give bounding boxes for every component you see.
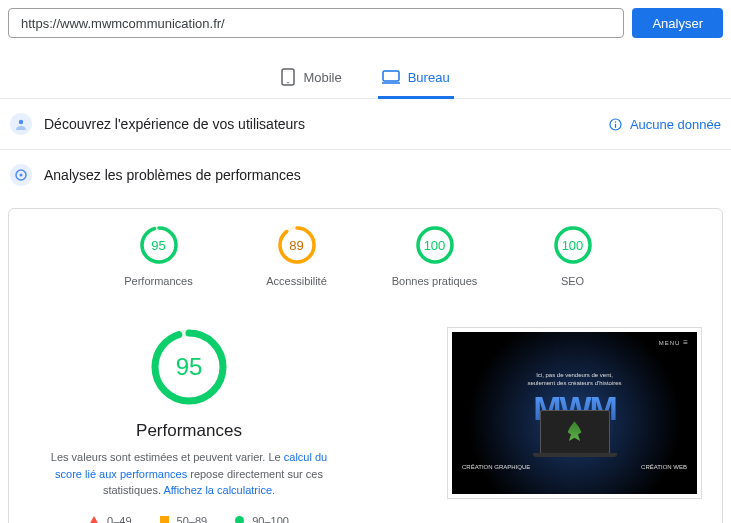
gauge-seo[interactable]: 100 SEO — [528, 225, 618, 287]
tab-mobile-label: Mobile — [303, 70, 341, 85]
device-tabs: Mobile Bureau — [0, 62, 731, 99]
gauge-best-practices-value: 100 — [415, 225, 455, 265]
gauge-accessibility[interactable]: 89 Accessibilité — [252, 225, 342, 287]
show-calculator-link[interactable]: Affichez la calculatrice — [163, 484, 272, 496]
performance-detail: 95 Performances Les valeurs sont estimée… — [29, 327, 349, 523]
svg-rect-2 — [383, 71, 399, 81]
section-diagnose: Analysez les problèmes de performances — [0, 150, 731, 200]
section-diagnose-title: Analysez les problèmes de performances — [44, 167, 721, 183]
ss-sides: CRÉATION GRAPHIQUECRÉATION WEB — [452, 464, 697, 470]
big-gauge-value: 95 — [149, 327, 229, 407]
score-legend: 0–49 50–89 90–100 — [89, 515, 289, 524]
gauge-accessibility-value: 89 — [277, 225, 317, 265]
detail-desc: Les valeurs sont estimées et peuvent var… — [39, 449, 339, 499]
mobile-icon — [281, 68, 295, 86]
tab-mobile[interactable]: Mobile — [277, 62, 345, 99]
gauge-performances-value: 95 — [139, 225, 179, 265]
no-data-link[interactable]: Aucune donnée — [609, 117, 721, 132]
ss-laptop — [540, 410, 610, 454]
legend-high: 90–100 — [235, 515, 289, 524]
svg-point-6 — [615, 121, 617, 123]
gauge-seo-value: 100 — [553, 225, 593, 265]
tab-desktop-label: Bureau — [408, 70, 450, 85]
svg-rect-7 — [615, 123, 616, 127]
circle-icon — [235, 516, 244, 523]
section-discover-title: Découvrez l'expérience de vos utilisateu… — [44, 116, 597, 132]
ss-menu: MENU≡ — [659, 338, 689, 347]
desktop-icon — [382, 70, 400, 84]
gauge-best-practices[interactable]: 100 Bonnes pratiques — [390, 225, 480, 287]
diagnose-icon — [10, 164, 32, 186]
no-data-label: Aucune donnée — [630, 117, 721, 132]
detail-row: 95 Performances Les valeurs sont estimée… — [17, 327, 714, 523]
tab-desktop[interactable]: Bureau — [378, 62, 454, 99]
legend-mid: 50–89 — [160, 515, 208, 524]
page-screenshot: MENU≡ Ici, pas de vendeurs de vent,seule… — [447, 327, 702, 499]
legend-low: 0–49 — [89, 515, 131, 524]
detail-title: Performances — [136, 421, 242, 441]
gauge-seo-label: SEO — [561, 275, 584, 287]
analyze-button[interactable]: Analyser — [632, 8, 723, 38]
gauge-performances-label: Performances — [124, 275, 192, 287]
users-icon — [10, 113, 32, 135]
triangle-icon — [89, 516, 99, 523]
ss-tagline: Ici, pas de vendeurs de vent,seulement d… — [527, 372, 621, 388]
big-gauge: 95 — [149, 327, 229, 407]
svg-point-9 — [20, 174, 23, 177]
url-input[interactable] — [8, 8, 624, 38]
results-panel: 95 Performances 89 Accessibilité 100 Bon… — [8, 208, 723, 523]
gauges-row: 95 Performances 89 Accessibilité 100 Bon… — [17, 225, 714, 287]
gauge-accessibility-label: Accessibilité — [266, 275, 327, 287]
gauge-performances[interactable]: 95 Performances — [114, 225, 204, 287]
info-icon — [609, 118, 622, 131]
svg-point-4 — [19, 120, 23, 124]
gauge-best-practices-label: Bonnes pratiques — [392, 275, 478, 287]
square-icon — [160, 516, 169, 523]
svg-point-1 — [288, 82, 290, 84]
section-discover: Découvrez l'expérience de vos utilisateu… — [0, 99, 731, 150]
